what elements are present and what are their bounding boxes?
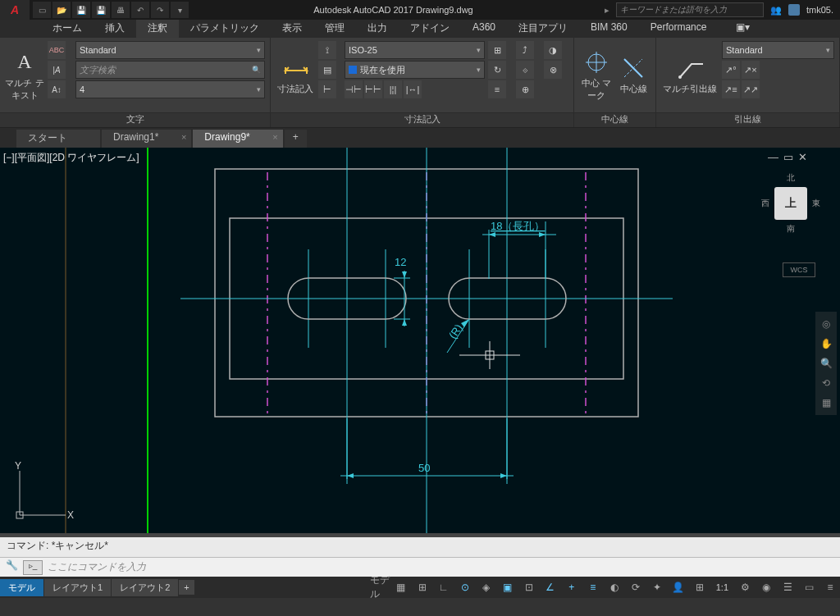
dyninput-icon[interactable]: + bbox=[562, 578, 582, 596]
text-scale-icon[interactable]: A↕ bbox=[48, 80, 66, 98]
dim-chain-icon[interactable]: |¦| bbox=[384, 80, 402, 98]
close-icon[interactable]: × bbox=[181, 132, 186, 142]
text-height-combo[interactable]: 4▾ bbox=[75, 80, 265, 98]
dim-linear-icon[interactable]: ⊢ bbox=[318, 80, 336, 98]
close-icon[interactable]: × bbox=[272, 132, 277, 142]
viewcube-west[interactable]: 西 bbox=[761, 198, 769, 209]
save-icon[interactable]: 💾 bbox=[72, 2, 90, 18]
centerline-button[interactable]: 中心線 bbox=[617, 41, 651, 109]
mleader-button[interactable]: マルチ引出線 bbox=[661, 41, 719, 109]
snap-icon[interactable]: ⊞ bbox=[413, 578, 432, 596]
ribbon-tab-annotate[interactable]: 注釈 bbox=[136, 20, 179, 38]
panel-leader-title[interactable]: 引出線 bbox=[656, 112, 839, 127]
customize-status-icon[interactable]: ≡ bbox=[820, 578, 840, 596]
viewcube-east[interactable]: 東 bbox=[812, 198, 820, 209]
dim-break-icon[interactable]: |↔| bbox=[404, 80, 422, 98]
layout-tab-model[interactable]: モデル bbox=[0, 579, 43, 596]
otrack-icon[interactable]: ∠ bbox=[541, 578, 560, 596]
dim-baseline-icon[interactable]: ⊢⊢ bbox=[364, 80, 382, 98]
file-tab-add[interactable]: + bbox=[285, 130, 307, 148]
dim-jog-icon[interactable]: ⤴ bbox=[516, 41, 534, 59]
layout-tab-1[interactable]: レイアウト1 bbox=[44, 579, 111, 596]
dim-quick-icon[interactable]: ⊞ bbox=[488, 41, 506, 59]
plot-icon[interactable]: 🖶 bbox=[112, 2, 130, 18]
file-tab-start[interactable]: スタート bbox=[16, 130, 100, 148]
ribbon-tab-insert[interactable]: 挿入 bbox=[94, 20, 136, 38]
dim-override-icon[interactable]: ⊕ bbox=[516, 80, 534, 98]
panel-centerline-title[interactable]: 中心線 bbox=[574, 112, 655, 127]
viewport-label[interactable]: [−][平面図][2D ワイヤフレーム] bbox=[3, 151, 139, 165]
multitext-button[interactable]: A マルチ テキスト bbox=[5, 41, 44, 109]
ribbon-tab-output[interactable]: 出力 bbox=[356, 20, 399, 38]
osnap-icon[interactable]: ▣ bbox=[498, 578, 518, 596]
dim-style-combo[interactable]: ISO-25▾ bbox=[345, 41, 485, 59]
drawing-viewport[interactable]: [−][平面図][2D ワイヤフレーム] — ▭ ✕ 北 西 上 東 南 WCS… bbox=[0, 148, 840, 533]
mleader-add-icon[interactable]: ↗° bbox=[722, 61, 740, 79]
dim-style-icon[interactable]: ⟟ bbox=[318, 41, 336, 59]
maximize-icon[interactable]: ▭ bbox=[783, 151, 793, 163]
text-find-combo[interactable]: 文字検索🔍 bbox=[75, 61, 265, 79]
isolate-icon[interactable]: ☰ bbox=[778, 578, 797, 596]
viewcube-top[interactable]: 上 bbox=[774, 187, 807, 220]
ribbon-tab-performance[interactable]: Performance bbox=[639, 20, 719, 38]
infocenter-icon[interactable]: 👥 bbox=[770, 5, 782, 16]
mleader-remove-icon[interactable]: ↗× bbox=[742, 61, 760, 79]
text-ia-icon[interactable]: |A bbox=[48, 61, 66, 79]
workspace-icon[interactable]: ⚙ bbox=[735, 578, 755, 596]
polar-icon[interactable]: ⊙ bbox=[455, 578, 475, 596]
dim-insp-icon[interactable]: ⊗ bbox=[544, 61, 562, 79]
selection-cycling-icon[interactable]: ⟳ bbox=[626, 578, 646, 596]
ribbon-tab-parametric[interactable]: パラメトリック bbox=[179, 20, 271, 38]
file-tab-drawing1[interactable]: Drawing1*× bbox=[102, 130, 191, 148]
centermark-button[interactable]: 中心 マーク bbox=[579, 41, 614, 109]
ucs-icon[interactable]: X Y bbox=[8, 461, 74, 528]
text-abc-icon[interactable]: ABC bbox=[48, 41, 66, 59]
annotation-scale[interactable]: 1:1 bbox=[711, 582, 733, 592]
close-viewport-icon[interactable]: ✕ bbox=[798, 151, 807, 163]
hardware-accel-icon[interactable]: ◉ bbox=[756, 578, 776, 596]
user-name[interactable]: tmk05. bbox=[806, 5, 833, 15]
viewcube-north[interactable]: 北 bbox=[787, 172, 795, 184]
dimension-button[interactable]: 寸法記入 bbox=[276, 41, 315, 109]
model-space-label[interactable]: モデル bbox=[370, 578, 390, 596]
dim-tol-icon[interactable]: ◑ bbox=[544, 41, 562, 59]
ribbon-tab-a360[interactable]: A360 bbox=[461, 20, 507, 38]
command-history[interactable]: × コマンド: *キャンセル* bbox=[0, 537, 840, 557]
ribbon-settings-icon[interactable]: ▣▾ bbox=[724, 20, 747, 38]
app-logo[interactable]: A bbox=[0, 0, 30, 20]
grid-icon[interactable]: ▦ bbox=[391, 578, 411, 596]
mleader-style-combo[interactable]: Standard▾ bbox=[722, 41, 834, 59]
viewcube-south[interactable]: 南 bbox=[787, 223, 795, 235]
viewcube[interactable]: 北 西 上 東 南 bbox=[758, 172, 824, 246]
undo-icon[interactable]: ↶ bbox=[131, 2, 149, 18]
saveas-icon[interactable]: 💾 bbox=[92, 2, 110, 18]
lineweight-icon[interactable]: ≡ bbox=[583, 578, 603, 596]
command-input[interactable]: ここにコマンドを入力 bbox=[43, 560, 840, 574]
dim-continue-icon[interactable]: ⊣⊢ bbox=[345, 80, 363, 98]
qat-more-icon[interactable]: ▾ bbox=[171, 2, 189, 18]
ribbon-tab-home[interactable]: ホーム bbox=[41, 20, 94, 38]
ortho-icon[interactable]: ∟ bbox=[434, 578, 454, 596]
quickprops-icon[interactable]: ⊞ bbox=[690, 578, 710, 596]
mleader-align-icon[interactable]: ↗≡ bbox=[722, 80, 740, 98]
ribbon-tab-manage[interactable]: 管理 bbox=[313, 20, 356, 38]
redo-icon[interactable]: ↷ bbox=[151, 2, 169, 18]
file-tab-drawing9[interactable]: Drawing9*× bbox=[193, 130, 282, 148]
annotation-monitor-icon[interactable]: ✦ bbox=[647, 578, 667, 596]
transparency-icon[interactable]: ◐ bbox=[605, 578, 624, 596]
cmd-customize-icon[interactable]: 🔧 bbox=[3, 559, 20, 576]
isodraft-icon[interactable]: ◈ bbox=[477, 578, 496, 596]
panel-dimension-title[interactable]: 寸法記入 bbox=[271, 112, 573, 127]
layout-tab-2[interactable]: レイアウト2 bbox=[112, 579, 178, 596]
ribbon-tab-view[interactable]: 表示 bbox=[271, 20, 313, 38]
clean-screen-icon[interactable]: ▭ bbox=[799, 578, 819, 596]
minimize-icon[interactable]: — bbox=[768, 151, 778, 163]
dim-layer-icon[interactable]: ▤ bbox=[318, 61, 336, 79]
help-search-input[interactable]: キーワードまたは語句を入力 bbox=[616, 2, 764, 17]
text-style-combo[interactable]: Standard▾ bbox=[75, 41, 265, 59]
dim-assoc-icon[interactable]: ⟐ bbox=[516, 61, 534, 79]
user-avatar-icon[interactable] bbox=[788, 4, 800, 16]
mleader-collect-icon[interactable]: ↗↗ bbox=[742, 80, 760, 98]
units-icon[interactable]: 👤 bbox=[669, 578, 688, 596]
ribbon-tab-addin[interactable]: アドイン bbox=[399, 20, 461, 38]
